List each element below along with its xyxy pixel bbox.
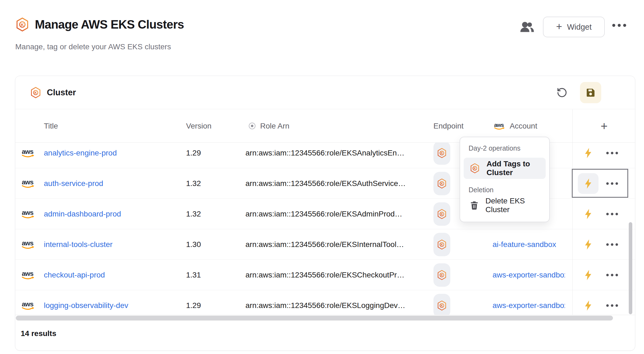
cluster-role-arn: arn:aws:iam::12345566:role/EKSAnalyticsE… — [245, 149, 405, 157]
widget-title: Cluster — [47, 88, 76, 97]
cluster-title-link[interactable]: analytics-engine-prod — [44, 149, 117, 157]
run-action-button[interactable] — [578, 204, 599, 224]
table-row: aws logging-observability-dev 1.29 arn:a… — [15, 290, 635, 315]
users-icon — [519, 21, 535, 34]
lightning-icon — [584, 269, 593, 281]
widget-card-header: K Cluster — [15, 76, 635, 109]
aws-logo-icon: aws — [21, 240, 35, 249]
row-overflow-menu-button[interactable] — [604, 296, 623, 315]
run-action-button[interactable] — [578, 265, 599, 285]
account-link[interactable]: aws-exporter-sandbox — [493, 271, 565, 279]
svg-text:K: K — [441, 182, 443, 185]
aws-logo-icon: aws — [21, 301, 35, 310]
svg-text:K: K — [474, 167, 476, 170]
undo-button[interactable] — [557, 87, 567, 98]
endpoint-chip: K — [433, 263, 450, 287]
cluster-title-link[interactable]: auth-service-prod — [44, 179, 103, 188]
table-row: aws internal-tools-cluster 1.30 arn:aws:… — [15, 229, 635, 260]
ellipsis-icon — [606, 212, 621, 216]
run-action-button[interactable] — [578, 173, 599, 194]
endpoint-chip: K — [433, 202, 450, 226]
account-link[interactable]: ai-feature-sandbox — [493, 240, 565, 249]
row-overflow-menu-button[interactable] — [604, 205, 623, 224]
page-overflow-menu-button[interactable] — [611, 23, 629, 27]
aws-logo-icon: aws — [21, 179, 35, 188]
svg-text:K: K — [441, 151, 443, 155]
column-header-role-arn: Role Arn — [248, 122, 289, 130]
add-widget-label: Widget — [567, 23, 591, 32]
aws-logo-icon: aws — [21, 209, 35, 219]
aws-logo-icon: aws — [21, 148, 35, 158]
column-header-version: Version — [186, 122, 211, 130]
row-context-menu: Day-2 operations K Add Tags to Cluster D… — [460, 137, 550, 222]
cluster-version: 1.29 — [186, 149, 201, 157]
svg-text:aws: aws — [494, 122, 504, 128]
save-button[interactable] — [580, 82, 601, 103]
results-count: 14 results — [21, 329, 56, 338]
eks-icon: K — [437, 270, 446, 280]
svg-text:aws: aws — [22, 270, 34, 277]
vertical-scrollbar[interactable] — [629, 222, 632, 314]
svg-text:K: K — [441, 273, 443, 277]
row-overflow-menu-button[interactable] — [604, 235, 623, 254]
cluster-title-link[interactable]: admin-dashboard-prod — [44, 210, 121, 218]
svg-text:K: K — [21, 22, 24, 27]
cluster-role-arn: arn:aws:iam::12345566:role/EKSAdminProd… — [245, 210, 402, 218]
column-header-endpoint: Endpoint — [433, 122, 464, 130]
svg-text:aws: aws — [22, 179, 34, 186]
menu-item-delete-cluster[interactable]: Delete EKS Cluster — [464, 197, 546, 214]
menu-section-day2-operations: Day-2 operations — [469, 144, 546, 152]
endpoint-chip: K — [433, 172, 450, 195]
ellipsis-icon — [606, 273, 621, 277]
cluster-role-arn: arn:aws:iam::12345566:role/EKSInternalTo… — [245, 240, 404, 249]
cluster-title-link[interactable]: logging-observability-dev — [44, 301, 128, 310]
cluster-version: 1.32 — [186, 179, 201, 188]
lightning-icon — [584, 300, 593, 311]
run-action-button[interactable] — [578, 234, 599, 255]
column-header-account: aws Account — [493, 122, 537, 130]
menu-section-deletion: Deletion — [469, 186, 546, 194]
eks-icon: K — [437, 178, 446, 189]
eks-icon: K — [437, 148, 446, 158]
lightning-icon — [584, 208, 593, 220]
page-header: K Manage AWS EKS Clusters — [16, 17, 184, 32]
eks-icon: K — [31, 87, 41, 98]
svg-text:aws: aws — [22, 240, 34, 247]
eks-icon: K — [470, 163, 479, 173]
add-widget-button[interactable]: + Widget — [543, 17, 605, 37]
ellipsis-icon — [611, 23, 629, 27]
column-header-role-arn-label: Role Arn — [260, 122, 289, 130]
row-overflow-menu-button[interactable] — [604, 266, 623, 285]
add-column-button[interactable]: + — [573, 119, 636, 133]
eks-icon: K — [16, 17, 29, 32]
row-overflow-menu-button[interactable] — [604, 144, 623, 163]
lightning-icon — [584, 239, 593, 250]
ellipsis-icon — [606, 182, 621, 185]
actions-column-divider — [572, 109, 573, 315]
account-link[interactable]: aws-exporter-sandbox — [493, 301, 565, 310]
lightning-icon — [584, 178, 593, 189]
endpoint-chip: K — [433, 143, 450, 165]
share-users-button[interactable] — [519, 21, 535, 34]
menu-item-add-tags[interactable]: K Add Tags to Cluster — [464, 158, 546, 179]
cluster-role-arn: arn:aws:iam::12345566:role/EKSAuthServic… — [245, 179, 406, 188]
eks-icon: K — [437, 239, 446, 250]
ellipsis-icon — [606, 304, 621, 307]
row-overflow-menu-button[interactable] — [604, 174, 623, 193]
run-action-button[interactable] — [578, 143, 599, 163]
menu-item-add-tags-label: Add Tags to Cluster — [487, 160, 546, 177]
cluster-version: 1.30 — [186, 240, 201, 249]
run-action-button[interactable] — [578, 295, 599, 315]
trash-icon — [470, 201, 478, 210]
cluster-title-link[interactable]: checkout-api-prod — [44, 271, 105, 279]
endpoint-chip: K — [433, 233, 450, 256]
cluster-version: 1.31 — [186, 271, 201, 279]
aws-logo-icon: aws — [493, 122, 505, 130]
cluster-role-arn: arn:aws:iam::12345566:role/EKSCheckoutPr… — [245, 271, 405, 279]
svg-text:K: K — [35, 91, 37, 94]
horizontal-scrollbar[interactable] — [16, 316, 613, 321]
eks-icon: K — [437, 209, 446, 219]
eks-icon: K — [437, 300, 446, 311]
cluster-title-link[interactable]: internal-tools-cluster — [44, 240, 113, 249]
column-header-account-label: Account — [510, 122, 537, 130]
